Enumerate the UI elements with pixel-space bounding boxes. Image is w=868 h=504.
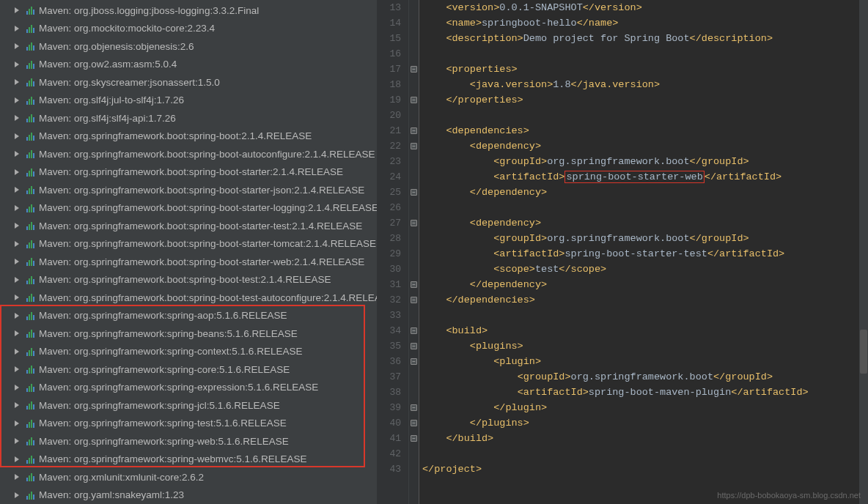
fold-open-icon[interactable]: − <box>411 127 417 134</box>
expand-arrow-icon[interactable] <box>15 349 19 355</box>
fold-close-icon[interactable]: − <box>411 404 417 411</box>
fold-cell[interactable]: − <box>409 323 419 338</box>
expand-arrow-icon[interactable] <box>15 187 19 193</box>
fold-cell[interactable]: − <box>409 215 419 231</box>
tree-item[interactable]: Maven: org.springframework:spring-test:5… <box>0 415 377 433</box>
fold-cell[interactable]: − <box>409 138 419 154</box>
editor-scrollbar[interactable] <box>859 0 868 504</box>
code-line[interactable]: <artifactId>spring-boot-starter-test</ar… <box>419 246 868 262</box>
fold-cell[interactable] <box>409 462 419 477</box>
code-line[interactable] <box>419 200 868 215</box>
code-line[interactable]: </project> <box>419 462 868 477</box>
expand-arrow-icon[interactable] <box>15 133 19 139</box>
fold-cell[interactable] <box>409 369 419 385</box>
fold-cell[interactable] <box>409 446 419 462</box>
tree-item[interactable]: Maven: org.skyscreamer:jsonassert:1.5.0 <box>0 73 377 92</box>
expand-arrow-icon[interactable] <box>15 7 19 13</box>
code-line[interactable]: </plugins> <box>419 415 868 431</box>
expand-arrow-icon[interactable] <box>15 385 19 390</box>
code-line[interactable] <box>419 308 868 323</box>
fold-cell[interactable] <box>409 308 419 323</box>
code-line[interactable]: <artifactId>spring-boot-maven-plugin</ar… <box>419 385 868 400</box>
tree-item[interactable]: Maven: org.springframework.boot:spring-b… <box>0 127 377 146</box>
tree-item[interactable]: Maven: org.xmlunit:xmlunit-core:2.6.2 <box>0 468 377 486</box>
tree-item[interactable]: Maven: org.slf4j:jul-to-slf4j:1.7.26 <box>0 92 377 110</box>
expand-arrow-icon[interactable] <box>15 169 19 175</box>
code-area[interactable]: <version>0.0.1-SNAPSHOT</version> <name>… <box>419 0 868 504</box>
expand-arrow-icon[interactable] <box>15 313 19 319</box>
fold-cell[interactable]: − <box>409 415 419 431</box>
code-line[interactable]: <java.version>1.8</java.version> <box>419 77 868 92</box>
tree-item[interactable]: Maven: org.springframework.boot:spring-b… <box>0 199 377 218</box>
fold-cell[interactable] <box>409 108 419 123</box>
fold-open-icon[interactable]: − <box>411 220 417 226</box>
tree-item[interactable]: Maven: org.objenesis:objenesis:2.6 <box>0 37 377 56</box>
code-line[interactable]: <scope>test</scope> <box>419 262 868 277</box>
fold-cell[interactable]: − <box>409 277 419 292</box>
fold-open-icon[interactable]: − <box>411 143 417 149</box>
expand-arrow-icon[interactable] <box>15 259 19 264</box>
fold-column[interactable]: −−−−−−−−−−−−−− <box>409 0 419 504</box>
tree-item[interactable]: Maven: org.springframework.boot:spring-b… <box>0 253 377 271</box>
fold-cell[interactable] <box>409 231 419 246</box>
tree-item[interactable]: Maven: org.springframework.boot:spring-b… <box>0 235 377 253</box>
code-line[interactable]: </dependency> <box>419 277 868 292</box>
tree-item[interactable]: Maven: org.springframework.boot:spring-b… <box>0 217 377 235</box>
expand-arrow-icon[interactable] <box>15 223 19 229</box>
fold-cell[interactable] <box>409 246 419 262</box>
expand-arrow-icon[interactable] <box>15 277 19 283</box>
fold-cell[interactable] <box>409 15 419 31</box>
scrollbar-thumb[interactable] <box>860 330 867 374</box>
fold-cell[interactable]: − <box>409 338 419 354</box>
fold-close-icon[interactable]: − <box>411 281 417 288</box>
fold-cell[interactable] <box>409 169 419 185</box>
tree-item[interactable]: Maven: org.springframework:spring-webmvc… <box>0 451 377 469</box>
tree-item[interactable]: Maven: org.springframework:spring-core:5… <box>0 360 377 379</box>
expand-arrow-icon[interactable] <box>15 43 19 49</box>
fold-open-icon[interactable]: − <box>411 343 417 349</box>
expand-arrow-icon[interactable] <box>15 438 19 444</box>
tree-item[interactable]: Maven: org.ow2.asm:asm:5.0.4 <box>0 56 377 74</box>
code-line[interactable]: <dependencies> <box>419 123 868 138</box>
code-line[interactable]: <artifactId>spring-boot-starter-web</art… <box>419 169 868 185</box>
tree-item[interactable]: Maven: org.springframework.boot:spring-b… <box>0 181 377 199</box>
fold-cell[interactable] <box>409 154 419 169</box>
fold-cell[interactable]: − <box>409 292 419 308</box>
fold-open-icon[interactable]: − <box>411 66 417 73</box>
fold-cell[interactable]: − <box>409 92 419 108</box>
tree-item[interactable]: Maven: org.springframework:spring-web:5.… <box>0 432 377 451</box>
fold-cell[interactable]: − <box>409 62 419 77</box>
expand-arrow-icon[interactable] <box>15 151 19 157</box>
tree-item[interactable]: Maven: org.springframework.boot:spring-b… <box>0 289 377 307</box>
code-line[interactable]: <dependency> <box>419 215 868 231</box>
code-line[interactable]: <properties> <box>419 62 868 77</box>
fold-cell[interactable]: − <box>409 185 419 200</box>
code-line[interactable]: <groupId>org.springframework.boot</group… <box>419 154 868 169</box>
fold-cell[interactable] <box>409 0 419 15</box>
expand-arrow-icon[interactable] <box>15 62 19 67</box>
expand-arrow-icon[interactable] <box>15 402 19 408</box>
code-line[interactable]: </dependencies> <box>419 292 868 308</box>
code-line[interactable]: <plugins> <box>419 338 868 354</box>
fold-cell[interactable]: − <box>409 431 419 446</box>
tree-item[interactable]: Maven: org.jboss.logging:jboss-logging:3… <box>0 1 377 20</box>
code-line[interactable]: <version>0.0.1-SNAPSHOT</version> <box>419 0 868 15</box>
code-line[interactable]: </plugin> <box>419 400 868 415</box>
tree-item[interactable]: Maven: org.springframework:spring-beans:… <box>0 325 377 343</box>
fold-close-icon[interactable]: − <box>411 420 417 426</box>
fold-cell[interactable] <box>409 262 419 277</box>
fold-cell[interactable]: − <box>409 354 419 369</box>
fold-cell[interactable] <box>409 31 419 46</box>
code-line[interactable]: <groupId>org.springframework.boot</group… <box>419 231 868 246</box>
code-line[interactable] <box>419 108 868 123</box>
expand-arrow-icon[interactable] <box>15 26 19 32</box>
expand-arrow-icon[interactable] <box>15 115 19 121</box>
expand-arrow-icon[interactable] <box>15 366 19 372</box>
code-line[interactable]: <description>Demo project for Spring Boo… <box>419 31 868 46</box>
expand-arrow-icon[interactable] <box>15 420 19 426</box>
project-tree[interactable]: Maven: org.jboss.logging:jboss-logging:3… <box>0 0 377 504</box>
expand-arrow-icon[interactable] <box>15 205 19 211</box>
code-line[interactable]: </build> <box>419 431 868 446</box>
code-line[interactable]: <groupId>org.springframework.boot</group… <box>419 369 868 385</box>
fold-close-icon[interactable]: − <box>411 189 417 196</box>
